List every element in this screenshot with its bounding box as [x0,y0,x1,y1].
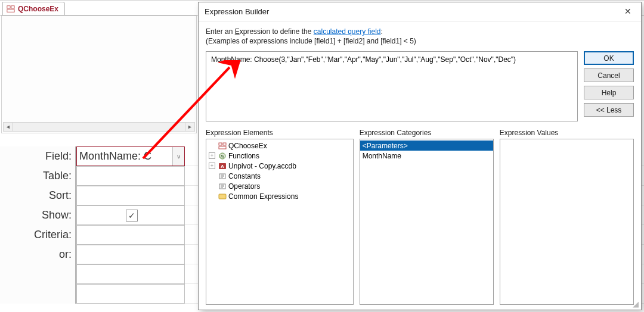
query-design-grid: Field: MonthName: C ⅴ Table: Sort: Show:… [0,146,197,304]
constants-icon [218,172,227,180]
close-button[interactable]: ✕ [615,2,641,20]
grid-cell-blank2[interactable] [76,284,185,304]
checkmark-icon: ✓ [128,211,135,220]
tree-item-db[interactable]: + A Unpivot - Copy.accdb [206,161,353,171]
grid-cell-table[interactable] [76,166,185,186]
resize-grip-icon[interactable]: ◢ [630,300,639,308]
tree-item-constants[interactable]: Constants [206,171,353,181]
tree-item-common[interactable]: Common Expressions [206,191,353,201]
grid-label-criteria: Criteria: [0,225,76,245]
grid-cell-blank[interactable] [76,264,185,284]
example-text: (Examples of expressions include [field1… [206,37,634,45]
grid-cell-criteria[interactable] [76,225,185,245]
intro-text: Enter an Expression to define the calcul… [206,27,634,36]
access-db-icon: A [218,162,227,170]
svg-rect-1 [11,5,14,8]
ok-button[interactable]: OK [584,51,634,65]
svg-rect-2 [7,9,14,11]
query-tab[interactable]: QChooseEx [2,2,65,15]
elements-panel: Expression Elements QChooseEx + [206,129,354,305]
values-list[interactable] [500,139,634,305]
svg-text:fx: fx [220,154,224,159]
close-icon: ✕ [624,7,631,16]
scroll-right-icon[interactable]: ► [185,123,194,131]
svg-rect-0 [7,5,10,8]
categories-panel: Expression Categories <Parameters> Month… [360,129,494,305]
intro-prefix: Enter an [206,27,235,36]
svg-rect-19 [219,194,226,199]
query-icon [218,142,227,150]
grid-cell-show[interactable]: ✓ [76,205,185,225]
grid-label-or: or: [0,245,76,264]
tree-label: QChooseEx [228,142,267,150]
svg-rect-6 [219,146,226,149]
grid-cell-sort[interactable] [76,186,185,205]
intro-suffix: : [381,27,383,36]
values-panel: Expression Values [500,129,634,305]
grid-label-show: Show: [0,205,76,225]
expander-plus-icon[interactable]: + [209,163,215,169]
cancel-button[interactable]: Cancel [584,68,634,82]
chevron-down-icon: ⅴ [177,154,180,160]
intro-underline: E [235,27,240,36]
list-label: <Parameters> [363,142,408,150]
grid-cell-field-value: MonthName: C [79,150,151,163]
calculated-query-field-link[interactable]: calculated query field [314,27,381,36]
grid-label-sort: Sort: [0,186,76,205]
svg-rect-5 [223,143,226,145]
dialog-title: Expression Builder [205,7,269,16]
grid-cell-field[interactable]: MonthName: C ⅴ [76,146,185,166]
tree-label: Constants [228,172,261,180]
scroll-left-icon[interactable]: ◄ [4,123,13,131]
tree-label: Operators [228,182,260,191]
tree-item-functions[interactable]: + fx Functions [206,151,353,161]
field-dropdown-button[interactable]: ⅴ [172,147,184,166]
common-expressions-icon [218,192,227,201]
expander-plus-icon[interactable]: + [209,152,215,159]
operators-icon [218,182,227,191]
help-button[interactable]: Help [584,86,634,99]
tree-label: Unpivot - Copy.accdb [228,162,296,170]
categories-list[interactable]: <Parameters> MonthName [360,139,494,305]
dialog-title-bar[interactable]: Expression Builder ✕ [199,2,641,21]
elements-label: Expression Elements [206,129,354,137]
scroll-track[interactable] [13,123,185,131]
list-item-parameters[interactable]: <Parameters> [360,141,493,151]
show-checkbox[interactable]: ✓ [126,210,138,221]
dialog-body: Enter an Expression to define the calcul… [199,21,641,310]
query-tab-icon [7,5,15,13]
functions-icon: fx [218,152,227,160]
expression-input[interactable] [206,51,578,121]
tree-item-qchooseex[interactable]: QChooseEx [206,141,353,151]
tree-label: Functions [228,152,259,160]
grid-cell-or[interactable] [76,245,185,264]
svg-rect-4 [219,143,222,145]
expression-builder-dialog: Expression Builder ✕ Enter an Expression… [198,2,642,310]
tree-label: Common Expressions [228,192,298,201]
categories-label: Expression Categories [360,129,494,137]
button-column: OK Cancel Help << Less [584,51,634,121]
list-label: MonthName [363,152,401,160]
grid-label-table: Table: [0,166,76,186]
intro-mid: xpression to define the [240,27,314,36]
workspace: QChooseEx ◄ ► Field: MonthName: C ⅴ Tabl… [0,0,644,312]
values-label: Expression Values [500,129,634,137]
grid-label-field: Field: [0,146,76,166]
query-tab-label: QChooseEx [18,5,58,13]
tree-item-operators[interactable]: Operators [206,181,353,191]
list-item-monthname[interactable]: MonthName [360,151,493,161]
query-design-upper-pane[interactable]: ◄ ► [1,15,197,133]
less-button[interactable]: << Less [584,103,634,117]
grid-label-blank [0,264,76,284]
elements-tree[interactable]: QChooseEx + fx Functions + A [206,139,354,305]
grid-label-blank2 [0,284,76,304]
svg-text:A: A [221,164,224,169]
horizontal-scrollbar[interactable]: ◄ ► [3,122,195,132]
